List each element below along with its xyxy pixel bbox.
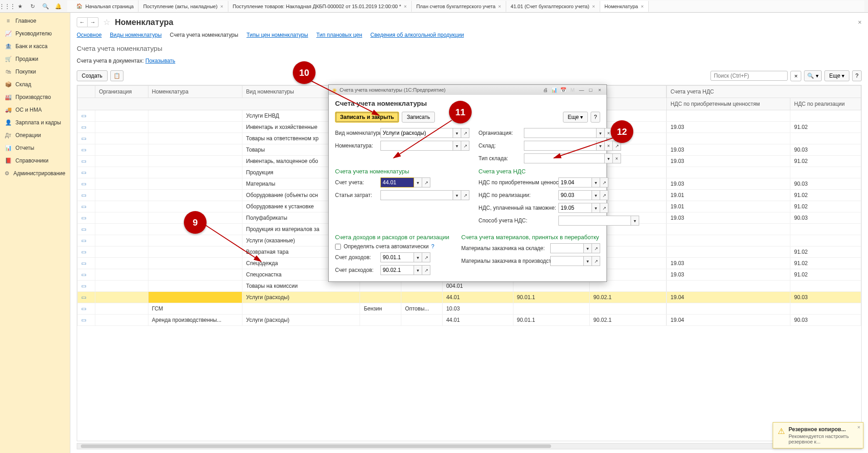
tab-item[interactable]: Поступление товаров: Накладная ДКБП-0000… bbox=[228, 1, 412, 12]
sidebar-item-hr[interactable]: 👤Зарплата и кадры bbox=[0, 116, 70, 129]
print-icon[interactable]: 🖨 bbox=[542, 87, 548, 93]
subnav-link[interactable]: Основное bbox=[77, 32, 102, 38]
col-nds-real[interactable]: НДС по реализации bbox=[790, 98, 861, 110]
sidebar-item-directories[interactable]: 📕Справочники bbox=[0, 154, 70, 167]
col-icon[interactable] bbox=[78, 86, 95, 98]
close-icon[interactable]: × bbox=[597, 87, 603, 93]
backup-notification[interactable]: ⚠ Резервное копиров... Рекомендуется нас… bbox=[773, 422, 863, 448]
nds-real-input[interactable] bbox=[558, 190, 592, 200]
sidebar-item-main[interactable]: ≡Главное bbox=[0, 15, 70, 27]
open-icon[interactable]: ↗ bbox=[422, 177, 430, 187]
calendar-icon[interactable]: 📅 bbox=[560, 87, 567, 93]
vid-input[interactable] bbox=[380, 128, 453, 138]
table-row[interactable]: ▭ Услуги (расходы) 44.01 90.01.1 90.02.1… bbox=[78, 292, 861, 303]
save-button[interactable]: Записать bbox=[402, 112, 435, 123]
apps-icon[interactable]: ⋮⋮⋮ bbox=[4, 3, 11, 10]
tab-item[interactable]: Поступление (акты, накладные) × bbox=[138, 1, 228, 12]
stati-input[interactable] bbox=[380, 190, 453, 200]
subnav-link[interactable]: Типы цен номенклатуры bbox=[247, 32, 308, 38]
subnav-link[interactable]: Сведения об алкогольной продукции bbox=[370, 32, 464, 38]
close-icon[interactable]: × bbox=[858, 424, 860, 430]
dropdown-icon[interactable]: ▾ bbox=[592, 190, 600, 200]
nds-pr-input[interactable] bbox=[558, 177, 592, 187]
sklad-input[interactable] bbox=[524, 141, 597, 151]
col-nom[interactable]: Номенклатура bbox=[148, 86, 242, 98]
dialog-help-button[interactable]: ? bbox=[591, 112, 600, 123]
help-button[interactable]: ? bbox=[852, 70, 862, 81]
sidebar-item-production[interactable]: 🏭Производство bbox=[0, 91, 70, 103]
more-button[interactable]: Еще ▾ bbox=[824, 70, 850, 81]
table-row[interactable]: ▭ Товары на комиссии 004.01 bbox=[78, 281, 861, 292]
nav-forward-button[interactable]: → bbox=[88, 17, 99, 27]
dropdown-icon[interactable]: ▾ bbox=[597, 128, 605, 138]
page-close-icon[interactable]: × bbox=[858, 19, 862, 26]
dohod-input[interactable] bbox=[380, 252, 414, 262]
sidebar-item-bank[interactable]: 🏦Банк и касса bbox=[0, 40, 70, 53]
create-button[interactable]: Создать bbox=[77, 70, 108, 81]
close-icon[interactable]: × bbox=[220, 4, 223, 9]
sidebar-item-assets[interactable]: 🚚ОС и НМА bbox=[0, 103, 70, 116]
col-group-nds[interactable]: Счета учета НДС bbox=[666, 86, 861, 98]
copy-button[interactable]: 📋 bbox=[110, 70, 123, 81]
sidebar-item-purchases[interactable]: 🛍Покупки bbox=[0, 65, 70, 78]
open-icon[interactable]: ↗ bbox=[592, 243, 600, 253]
dialog-more-button[interactable]: Еще ▾ bbox=[563, 112, 588, 123]
open-icon[interactable]: ↗ bbox=[592, 256, 600, 266]
clear-icon[interactable]: × bbox=[613, 153, 621, 163]
nav-back-button[interactable]: ← bbox=[77, 17, 88, 27]
subnav-link[interactable]: Виды номенклатуры bbox=[110, 32, 162, 38]
minimize-icon[interactable]: — bbox=[578, 87, 585, 93]
clear-search-button[interactable]: × bbox=[790, 71, 801, 81]
dropdown-icon[interactable]: ▾ bbox=[414, 252, 422, 262]
favorite-icon[interactable]: ☆ bbox=[103, 17, 110, 27]
text-icon[interactable]: M bbox=[569, 87, 576, 93]
search-input[interactable] bbox=[710, 71, 788, 81]
calc-icon[interactable]: 📊 bbox=[551, 87, 557, 93]
tab-home[interactable]: 🏠 Начальная страница bbox=[67, 0, 138, 12]
auto-checkbox[interactable] bbox=[335, 244, 341, 250]
open-icon[interactable]: ↗ bbox=[461, 141, 469, 151]
table-row[interactable]: ▭ Аренда производственны... Услуги (расх… bbox=[78, 315, 861, 326]
open-icon[interactable]: ↗ bbox=[600, 177, 608, 187]
open-icon[interactable]: ↗ bbox=[461, 190, 469, 200]
dropdown-icon[interactable]: ▾ bbox=[592, 203, 600, 213]
rashod-input[interactable] bbox=[380, 265, 414, 275]
sidebar-item-operations[interactable]: ДтОперации bbox=[0, 129, 70, 142]
subnav-link-active[interactable]: Счета учета номенклатуры bbox=[170, 32, 238, 38]
tip-sklada-input[interactable] bbox=[524, 153, 605, 163]
save-close-button[interactable]: Записать и закрыть bbox=[335, 112, 399, 123]
open-icon[interactable]: ↗ bbox=[600, 190, 608, 200]
search-icon[interactable]: 🔍 bbox=[42, 3, 49, 10]
dropdown-icon[interactable]: ▾ bbox=[414, 177, 422, 187]
sidebar-item-admin[interactable]: ⚙Администрирование bbox=[0, 167, 70, 180]
close-icon[interactable]: × bbox=[404, 4, 407, 9]
scrollbar-thumb[interactable] bbox=[81, 444, 551, 448]
tab-item[interactable]: 41.01 (Счет бухгалтерского учета) × bbox=[506, 1, 600, 12]
open-icon[interactable]: ↗ bbox=[422, 265, 430, 275]
dropdown-icon[interactable]: ▾ bbox=[414, 265, 422, 275]
nds-tam-input[interactable] bbox=[558, 203, 592, 213]
help-icon[interactable]: ? bbox=[431, 243, 434, 250]
schet-input[interactable] bbox=[380, 177, 414, 187]
open-icon[interactable]: ↗ bbox=[461, 128, 469, 138]
org-input[interactable] bbox=[524, 128, 597, 138]
close-icon[interactable]: × bbox=[498, 4, 501, 9]
sposob-input[interactable] bbox=[558, 216, 631, 226]
dropdown-icon[interactable]: ▾ bbox=[597, 141, 605, 151]
search-button[interactable]: 🔍 ▾ bbox=[804, 70, 821, 81]
tab-item[interactable]: План счетов бухгалтерского учета × bbox=[412, 1, 506, 12]
dropdown-icon[interactable]: ▾ bbox=[453, 128, 461, 138]
dropdown-icon[interactable]: ▾ bbox=[592, 177, 600, 187]
horizontal-scrollbar[interactable] bbox=[77, 443, 862, 449]
table-row[interactable]: ▭ ГСМ Бензин Оптовы... 10.03 bbox=[78, 303, 861, 315]
nom-input[interactable] bbox=[380, 141, 453, 151]
dropdown-icon[interactable]: ▾ bbox=[584, 256, 592, 266]
close-icon[interactable]: × bbox=[641, 4, 643, 9]
sidebar-item-warehouse[interactable]: 📦Склад bbox=[0, 78, 70, 91]
sidebar-item-sales[interactable]: 🛒Продажи bbox=[0, 53, 70, 65]
dropdown-icon[interactable]: ▾ bbox=[453, 190, 461, 200]
dropdown-icon[interactable]: ▾ bbox=[453, 141, 461, 151]
bell-icon[interactable]: 🔔 bbox=[54, 3, 62, 10]
subnav-link[interactable]: Тип плановых цен bbox=[316, 32, 362, 38]
history-icon[interactable]: ↻ bbox=[29, 3, 36, 10]
